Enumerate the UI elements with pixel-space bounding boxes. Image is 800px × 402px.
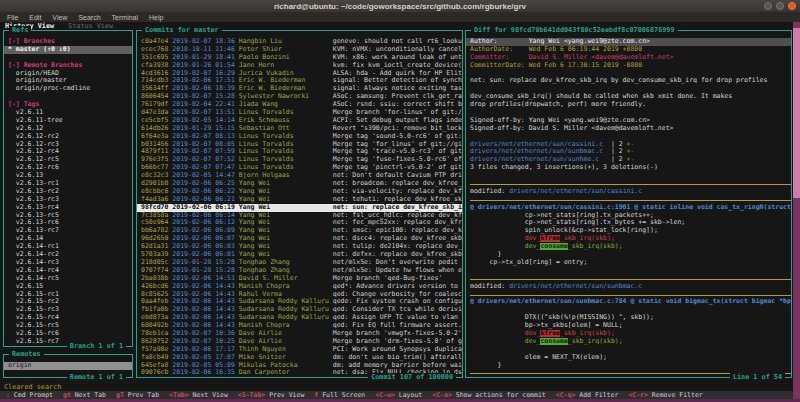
commit-row[interactable]: 5703a39 2019-02-06 06:01 Yang Wei net: d… (141, 251, 462, 259)
diff-text-line[interactable]: 3 files changed, 3 insertions(+), 3 dele… (470, 164, 791, 172)
remotes-panel[interactable]: Remotes origin Remote 1 of 1 (3, 354, 133, 378)
commit-row[interactable]: e8cbbc6 2019-02-06 06:22 Yang Wei net: v… (141, 188, 462, 196)
diff-hunk-header[interactable]: @ drivers/net/ethernet/sun/cassini.c:190… (470, 204, 791, 212)
ref-item[interactable]: v2.6.12-rc3 (8, 141, 132, 149)
menu-item-edit[interactable]: Edit (29, 14, 41, 21)
commits-panel[interactable]: Commits for master c0a47e4 2019-02-07 18… (136, 30, 463, 378)
commit-row[interactable]: 96d2650 2019-02-06 06:07 Yang Wei net: d… (141, 235, 462, 243)
diff-added-line[interactable]: dev_consume_skb_irq(skb); (470, 243, 791, 251)
diff-removed-line[interactable]: dev_kfree_skb_irq(skb); (470, 330, 791, 338)
commit-row[interactable]: 426bcd6 2019-02-06 14:43 Manish Chopra q… (141, 283, 462, 291)
commit-row[interactable]: 8c85625 2019-02-06 14:43 Rahul Verma qed… (141, 291, 462, 299)
diff-context-line[interactable]: elem = NEXT_TX(elem); (470, 354, 791, 362)
commit-row[interactable]: f57a98e 2019-02-06 17:17 Thinh Nguyen PC… (141, 346, 462, 354)
ref-item[interactable]: v2.6.15-rc2 (8, 298, 132, 306)
ref-item[interactable]: v2.6.12 (8, 125, 132, 133)
ref-item[interactable]: v2.6.13-rc4 (8, 204, 132, 212)
commit-row[interactable]: 2ba038b 2019-02-06 14:53 David S. Miller… (141, 275, 462, 283)
diff-context-line[interactable]: spin_unlock(&cp->stat_lock[ring]); (470, 227, 791, 235)
commit-row[interactable]: b66bc77 2019-02-07 07:47 Linus Torvalds … (141, 164, 462, 172)
commit-row[interactable]: e8c32c3 2019-02-05 14:47 Bjorn Helgaas n… (141, 172, 462, 180)
commit-row[interactable]: ecec768 2018-10-11 11:46 Peter Shier KVM… (141, 46, 462, 54)
menu-item-view[interactable]: View (52, 14, 67, 21)
commit-row[interactable]: 600492b 2019-02-06 14:43 Manish Chopra q… (141, 322, 462, 330)
commit-row[interactable]: 218d05c 2019-01-28 15:28 Tonghao Zhang n… (141, 259, 462, 267)
commit-row[interactable]: 62d1a31 2019-02-06 06:03 Yang Wei net: t… (141, 243, 462, 251)
commit-row[interactable]: 976e3f5 2019-02-07 07:52 Linus Torvalds … (141, 156, 462, 164)
tab-status-view[interactable]: Status View (68, 22, 113, 30)
commit-row[interactable]: 351c695 2019-01-29 18:41 Paolo Bonzini K… (141, 54, 462, 62)
diff-context-line[interactable]: cp->net_stats[ring].tx_bytes += skb->len… (470, 219, 791, 227)
ref-item[interactable]: v2.6.12-rc4 (8, 148, 132, 156)
ref-item[interactable]: v2.6.13-rc1 (8, 180, 132, 188)
ref-item[interactable]: v2.6.12-rc6 (8, 164, 132, 172)
menu-item-help[interactable]: Help (149, 14, 163, 21)
refs-panel[interactable]: Refs [-] Branches* master (↑0 ↓0) [-] Re… (3, 30, 133, 347)
diff-text-line[interactable]: drop profiles(dropwatch, perf) more frie… (470, 101, 791, 109)
ref-item[interactable]: v2.6.15-rc3 (8, 306, 132, 314)
diff-modified-line[interactable]: modified: drivers/net/ethernet/sun/sunbm… (470, 283, 791, 291)
diff-meta-line[interactable]: Committer: David S. Miller <davem@daveml… (470, 54, 791, 62)
diff-added-line[interactable]: dev_consume_skb_irq(skb); (470, 338, 791, 346)
diff-stat-line[interactable]: drivers/net/ethernet/sun/cassini.c | 2 +… (470, 141, 791, 149)
ref-item[interactable]: v2.6.12-rc2 (8, 133, 132, 141)
commit-row[interactable]: 78eb1ca 2019-02-07 10:36 Dave Airlie Mer… (141, 330, 462, 338)
ref-item[interactable]: v2.6.13 (8, 172, 132, 180)
diff-context-line[interactable]: bp->tx_skbs[elem] = NULL; (470, 322, 791, 330)
commit-row[interactable]: ce5cbf5 2019-02-05 14:14 Erik Schmauss A… (141, 117, 462, 125)
diff-context-line[interactable]: DTX(("skb(%!p(MISSING)) ", skb)); (470, 314, 791, 322)
diff-context-line[interactable]: cp->net_stats[ring].tx_packets++; (470, 212, 791, 220)
diff-text-line[interactable]: net: sun: replace dev_kfree_skb_irq by d… (470, 77, 791, 85)
maximize-icon[interactable] (776, 2, 784, 10)
diff-removed-line[interactable]: dev_kfree_skb_irq(skb); (470, 235, 791, 243)
commit-row[interactable]: 0aa4feb 2019-02-06 14:43 Sudarsana Reddy… (141, 298, 462, 306)
commit-row[interactable]: 76179df 2019-02-04 22:41 Jiada Wang ASoC… (141, 101, 462, 109)
diff-context-line[interactable]: cp->tx_old[ring] = entry; (470, 259, 791, 267)
commit-row[interactable]: d2901b8 2019-02-06 06:25 Yang Wei net: b… (141, 180, 462, 188)
ref-item[interactable]: v2.6.15-rc1 (8, 291, 132, 299)
minimize-icon[interactable] (764, 2, 772, 10)
diff-meta-line[interactable]: CommitterDate: Wed Feb 6 17:30:15 2019 -… (470, 62, 791, 70)
commit-row[interactable]: 35634ff 2019-02-06 18:39 Eric W. Biederm… (141, 85, 462, 93)
commit-row[interactable]: 98fcd70 2019-02-06 06:19 Yang Wei net: s… (137, 204, 462, 212)
ref-section-header[interactable]: [-] Remote Branches (8, 62, 132, 70)
diff-modified-line[interactable]: modified: drivers/net/ethernet/sun/cassi… (470, 188, 791, 196)
diff-text-line[interactable]: dev_consume_skb_irq() should be called w… (470, 93, 791, 101)
ref-item[interactable]: v2.6.14-rc1 (8, 243, 132, 251)
diff-stat-line[interactable]: drivers/net/ethernet/sun/sunhme.c | 2 +- (470, 156, 791, 164)
ref-item[interactable]: v2.6.14-rc3 (8, 259, 132, 267)
commit-row[interactable]: 714cdb3 2019-02-06 17:51 Eric W. Biederm… (141, 77, 462, 85)
ref-item[interactable]: v2.6.14-rc2 (8, 251, 132, 259)
ref-item[interactable]: v2.6.13-rc3 (8, 196, 132, 204)
ref-item[interactable]: v2.6.15 (8, 283, 132, 291)
ref-section-header[interactable]: [-] Tags (8, 101, 132, 109)
commit-row[interactable]: 645efa8 2019-02-05 05:09 Mikulas Patocka… (141, 362, 462, 370)
ref-item[interactable]: v2.6.13-rc2 (8, 188, 132, 196)
commit-row[interactable]: b031456 2019-02-07 08:05 Linus Torvalds … (141, 141, 462, 149)
ref-item[interactable]: * master (↑0 ↓0) (4, 46, 132, 54)
commit-row[interactable]: fb1fa0b 2019-02-06 14:43 Sudarsana Reddy… (141, 306, 462, 314)
diff-hunk-header[interactable]: @ drivers/net/ethernet/sun/sunbmac.c:784… (470, 298, 791, 306)
commit-row[interactable]: f4ad3a6 2019-02-06 06:21 Yang Wei net: t… (141, 196, 462, 204)
diff-panel[interactable]: Diff for 98fcd70b641dd043f80c52eebdf8c07… (465, 30, 792, 378)
diff-context-line[interactable]: } (470, 251, 791, 259)
scrollbar-thumb[interactable] (793, 28, 800, 198)
ref-item[interactable]: v2.6.15-rc6 (8, 330, 132, 338)
diff-text-line[interactable]: Signed-off-by: David S. Miller <davem@da… (470, 125, 791, 133)
commit-row[interactable]: 8606454 2019-02-07 15:28 Sylwester Nawro… (141, 93, 462, 101)
commit-row[interactable]: d47e3da 2019-02-07 13:51 Linus Torvalds … (141, 109, 462, 117)
ref-item[interactable]: v2.6.12-rc5 (8, 156, 132, 164)
ref-item[interactable]: v2.6.13-rc5 (8, 212, 132, 220)
ref-item[interactable]: v2.6.14 (8, 235, 132, 243)
ref-item[interactable]: v2.6.14-rc4 (8, 267, 132, 275)
menu-item-search[interactable]: Search (78, 14, 100, 21)
ref-item[interactable]: v2.6.13-rc7 (8, 227, 132, 235)
commit-row[interactable]: 0707f74 2019-01-28 15:28 Tonghao Zhang n… (141, 267, 462, 275)
commit-row[interactable]: 6f64e3a 2019-02-07 08:13 Linus Torvalds … (141, 133, 462, 141)
menu-item-file[interactable]: File (7, 14, 18, 21)
diff-text-line[interactable]: Signed-off-by: Yang Wei <yang.wei9@zte.c… (470, 117, 791, 125)
menu-item-terminal[interactable]: Terminal (112, 14, 138, 21)
ref-item[interactable]: origin/master (8, 77, 132, 85)
ref-section-header[interactable]: [-] Branches (8, 38, 132, 46)
commit-row[interactable]: 614db26 2019-01-29 15:15 Sebastian Ott R… (141, 125, 462, 133)
